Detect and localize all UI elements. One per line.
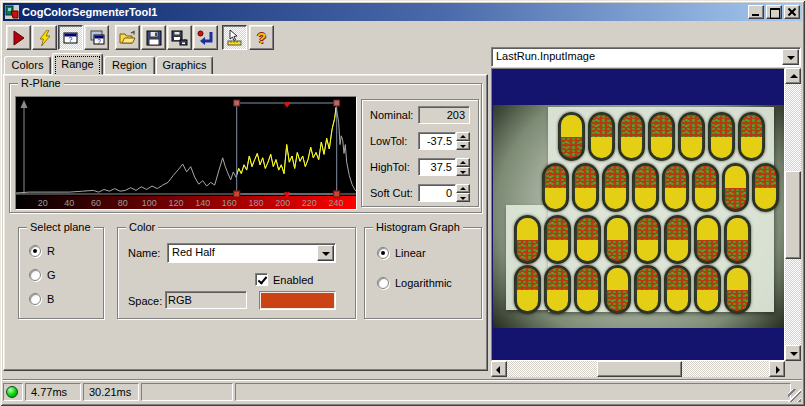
radio-plane-b[interactable] <box>29 293 41 305</box>
radio-logarithmic[interactable] <box>377 277 389 289</box>
scroll-left-button[interactable] <box>491 361 507 377</box>
title-bar[interactable]: CogColorSegmenterTool1 <box>3 3 802 21</box>
vertical-scrollbar[interactable] <box>785 68 801 361</box>
capsule-half <box>547 240 568 262</box>
softcut-spin-up[interactable] <box>456 184 470 193</box>
capsule-half <box>517 268 538 290</box>
color-group-title: Color <box>126 221 158 233</box>
photo <box>493 105 785 328</box>
capsule <box>517 268 538 311</box>
pill-pocket <box>722 163 749 212</box>
chevron-down-icon[interactable] <box>782 49 799 65</box>
enabled-label: Enabled <box>273 274 313 286</box>
close-button[interactable] <box>784 5 800 19</box>
svg-text:20: 20 <box>38 198 48 208</box>
capsule-half <box>547 268 568 290</box>
rplane-group: R-Plane 20406080100120140160180200220240… <box>9 83 482 213</box>
electrode-window-icon: ? <box>63 30 79 46</box>
softcut-input[interactable]: 0 <box>418 184 456 202</box>
revert-button[interactable] <box>193 25 218 50</box>
radio-plane-b-label: B <box>47 293 54 305</box>
trigger-lightning-icon <box>37 30 53 46</box>
capsule-half <box>725 188 746 210</box>
electrode-window-button[interactable]: ? <box>58 25 83 50</box>
tab-colors[interactable]: Colors <box>4 56 51 75</box>
pill-pocket <box>708 112 735 161</box>
pill-pocket <box>574 265 601 314</box>
arrow-up-icon <box>790 74 798 78</box>
save-button[interactable] <box>141 25 166 50</box>
scroll-up-button[interactable] <box>785 68 801 84</box>
color-name-combobox[interactable]: Red Half <box>167 243 336 263</box>
image-source-combobox[interactable]: LastRun.InputImage <box>491 47 801 67</box>
capsule-half <box>607 268 628 290</box>
capsule-half <box>545 166 566 188</box>
capsule <box>681 115 702 158</box>
pill-pocket <box>662 163 689 212</box>
hightol-spin-up[interactable] <box>456 158 470 167</box>
capsule-half <box>605 188 626 210</box>
tab-range[interactable]: Range <box>52 53 103 75</box>
capsule <box>727 218 748 261</box>
capsule <box>575 166 596 209</box>
trigger-button[interactable] <box>32 25 57 50</box>
pointer-tool-button[interactable] <box>222 25 247 50</box>
capsule-half <box>575 166 596 188</box>
scroll-down-button[interactable] <box>785 345 801 361</box>
run-button[interactable] <box>6 25 31 50</box>
radio-plane-g[interactable] <box>29 269 41 281</box>
chevron-down-icon[interactable] <box>317 245 334 261</box>
color-space-label: Space: <box>128 295 162 307</box>
radio-plane-g-label: G <box>47 269 56 281</box>
pill-pocket <box>664 215 691 264</box>
capsule-half <box>667 268 688 290</box>
arrow-down-icon <box>790 352 798 356</box>
capsule-half <box>607 290 628 312</box>
color-swatch[interactable] <box>259 291 336 310</box>
image-viewport[interactable] <box>491 68 785 361</box>
radio-linear[interactable] <box>377 247 389 259</box>
horizontal-scrollbar[interactable] <box>491 361 785 377</box>
capsule <box>697 218 718 261</box>
histogram-display[interactable]: 20406080100120140160180200220240♥♥ <box>15 96 357 210</box>
hightol-row: HighTol: 37.5 <box>362 158 478 178</box>
minimize-button[interactable] <box>748 5 764 19</box>
radio-logarithmic-label: Logarithmic <box>395 277 452 289</box>
capsule <box>697 268 718 311</box>
lowtol-input[interactable]: -37.5 <box>418 132 456 150</box>
radio-plane-r[interactable] <box>29 245 41 257</box>
svg-text:?: ? <box>68 36 72 43</box>
scroll-right-button[interactable] <box>769 361 785 377</box>
capsule <box>637 268 658 311</box>
help-button[interactable]: ? <box>249 25 274 50</box>
capsule-half <box>607 240 628 262</box>
capsule-half <box>561 137 582 159</box>
capsule-half <box>665 188 686 210</box>
pill-pocket <box>664 265 691 314</box>
tab-region[interactable]: Region <box>104 56 155 75</box>
horizontal-scroll-thumb[interactable] <box>597 361 682 377</box>
hightol-input[interactable]: 37.5 <box>418 158 456 176</box>
capsule-half <box>621 115 642 137</box>
capsule-half <box>695 166 716 188</box>
capsule-half <box>681 115 702 137</box>
vertical-scroll-thumb[interactable] <box>785 171 801 259</box>
tab-graphics[interactable]: Graphics <box>156 56 213 75</box>
lowtol-spin-up[interactable] <box>456 132 470 141</box>
capsule-half <box>577 218 598 240</box>
pill-pocket <box>738 112 765 161</box>
open-file-button[interactable] <box>115 25 140 50</box>
lowtol-spin-down[interactable] <box>456 141 470 150</box>
cog-color-segmenter-window: CogColorSegmenterTool1 ? ? <box>0 0 805 406</box>
softcut-spin-down[interactable] <box>456 193 470 202</box>
svg-text:?: ? <box>97 37 101 44</box>
enabled-checkbox[interactable] <box>255 273 268 286</box>
arrow-right-icon <box>776 366 780 374</box>
resize-grip[interactable] <box>788 389 801 402</box>
histogram-canvas[interactable]: 20406080100120140160180200220240♥♥ <box>16 97 356 209</box>
floating-window-button[interactable]: ? <box>84 25 109 50</box>
save-as-button[interactable] <box>167 25 192 50</box>
window-title: CogColorSegmenterTool1 <box>22 6 746 18</box>
maximize-button[interactable] <box>766 5 782 19</box>
hightol-spin-down[interactable] <box>456 167 470 176</box>
